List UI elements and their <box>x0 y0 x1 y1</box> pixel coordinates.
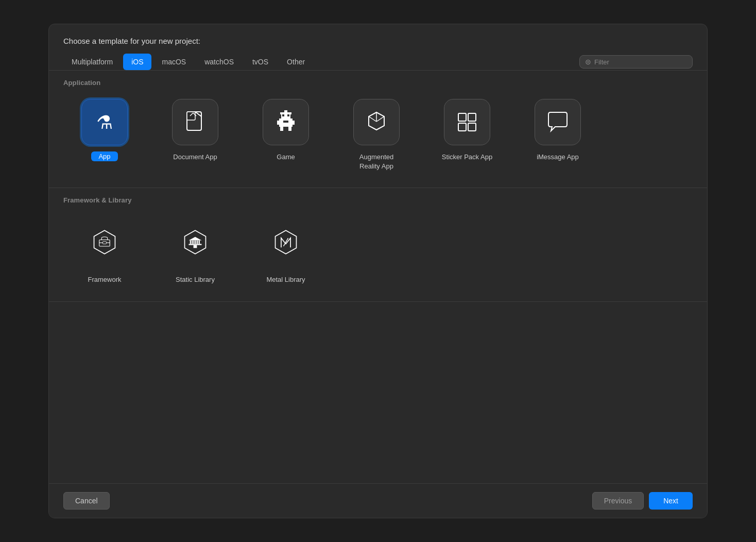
application-grid: ⚗ App <box>49 91 707 188</box>
svg-rect-2 <box>187 112 195 120</box>
static-library-label: Static Library <box>176 275 215 284</box>
svg-line-18 <box>376 116 384 122</box>
svg-rect-19 <box>458 113 466 121</box>
svg-line-17 <box>369 116 376 122</box>
framework-hex-icon <box>92 229 117 255</box>
tab-other[interactable]: Other <box>279 54 313 70</box>
metal-library-hex-icon <box>273 229 299 255</box>
svg-rect-26 <box>103 242 107 244</box>
svg-rect-21 <box>458 123 466 131</box>
sticker-pack-label: Sticker Pack App <box>442 153 492 162</box>
template-dialog: Choose a template for your new project: … <box>48 24 708 518</box>
metal-library-label: Metal Library <box>266 275 305 284</box>
svg-rect-33 <box>197 241 198 244</box>
metal-library-icon-wrap <box>260 216 312 268</box>
imessage-icon-wrap <box>535 99 581 145</box>
tab-ios[interactable]: iOS <box>123 54 151 70</box>
app-label: App <box>91 151 117 161</box>
ar-label: AugmentedReality App <box>359 153 394 171</box>
framework-icon-wrap <box>79 216 130 268</box>
template-sticker-pack[interactable]: Sticker Pack App <box>426 95 508 175</box>
svg-rect-36 <box>194 245 197 248</box>
application-section: Application ⚗ App <box>49 71 707 188</box>
previous-button[interactable]: Previous <box>592 492 644 510</box>
template-ar-app[interactable]: AugmentedReality App <box>335 95 418 175</box>
tab-watchos[interactable]: watchOS <box>196 54 242 70</box>
template-game[interactable]: Game <box>245 95 327 175</box>
template-static-library[interactable]: Static Library <box>154 212 236 289</box>
svg-rect-5 <box>277 121 279 125</box>
template-framework[interactable]: Framework <box>63 212 146 289</box>
imessage-icon <box>545 109 571 135</box>
svg-rect-10 <box>287 114 289 116</box>
dialog-footer: Cancel Previous Next <box>49 483 707 518</box>
svg-rect-12 <box>280 112 281 114</box>
next-button[interactable]: Next <box>649 492 693 510</box>
svg-rect-28 <box>189 244 202 245</box>
svg-rect-6 <box>293 121 295 125</box>
sticker-pack-icon <box>454 109 480 135</box>
document-app-icon-wrap <box>172 99 218 145</box>
ar-icon <box>364 109 389 135</box>
svg-text:⚗: ⚗ <box>96 112 113 133</box>
game-label: Game <box>277 153 295 162</box>
document-app-icon <box>182 109 208 135</box>
tab-multiplatform[interactable]: Multiplatform <box>63 54 121 70</box>
game-icon <box>273 109 299 135</box>
svg-rect-20 <box>468 113 476 121</box>
imessage-label: iMessage App <box>537 153 579 162</box>
ar-icon-wrap <box>353 99 400 145</box>
framework-section: Framework & Library Framew <box>49 188 707 301</box>
tabs-bar: Multiplatform iOS macOS watchOS tvOS Oth… <box>49 54 707 71</box>
tab-tvos[interactable]: tvOS <box>244 54 277 70</box>
svg-rect-9 <box>282 114 284 116</box>
svg-rect-32 <box>195 241 196 244</box>
filter-icon: ⊜ <box>585 58 591 66</box>
svg-rect-34 <box>199 241 200 244</box>
game-icon-wrap <box>263 99 309 145</box>
template-metal-library[interactable]: Metal Library <box>245 212 327 289</box>
svg-rect-29 <box>190 241 191 244</box>
sticker-pack-icon-wrap <box>444 99 490 145</box>
cancel-button[interactable]: Cancel <box>63 492 110 510</box>
filter-input[interactable] <box>594 58 687 66</box>
svg-rect-14 <box>284 110 287 112</box>
application-section-title: Application <box>49 71 707 91</box>
svg-rect-31 <box>194 241 195 244</box>
tab-macos[interactable]: macOS <box>153 54 194 70</box>
framework-grid: Framework <box>49 208 707 301</box>
content-area: Application ⚗ App <box>49 71 707 483</box>
framework-section-title: Framework & Library <box>49 188 707 208</box>
svg-rect-8 <box>288 127 291 131</box>
app-icon-wrap: ⚗ <box>81 99 128 145</box>
static-library-hex-icon <box>182 229 208 255</box>
document-app-label: Document App <box>173 153 217 162</box>
static-library-icon-wrap <box>169 216 221 268</box>
filter-input-wrap: ⊜ <box>579 55 693 69</box>
framework-label: Framework <box>88 275 121 284</box>
template-imessage-app[interactable]: iMessage App <box>517 95 599 175</box>
template-document-app[interactable]: Document App <box>154 95 236 175</box>
template-app[interactable]: ⚗ App <box>63 95 146 175</box>
nav-buttons: Previous Next <box>592 492 693 510</box>
filter-container: ⊜ <box>579 55 693 69</box>
svg-rect-22 <box>468 123 476 131</box>
svg-rect-30 <box>192 241 193 244</box>
app-icon: ⚗ <box>92 109 117 135</box>
svg-rect-13 <box>290 112 291 114</box>
svg-rect-7 <box>280 127 283 131</box>
dialog-title: Choose a template for your new project: <box>49 24 707 54</box>
svg-rect-11 <box>283 121 288 123</box>
